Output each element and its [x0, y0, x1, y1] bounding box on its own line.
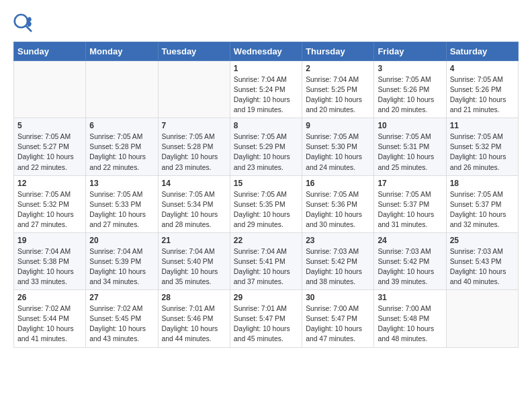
day-cell: 1Sunrise: 7:04 AM Sunset: 5:24 PM Daylig… — [230, 61, 302, 118]
day-cell — [158, 61, 230, 118]
week-row-1: 1Sunrise: 7:04 AM Sunset: 5:24 PM Daylig… — [14, 61, 519, 118]
day-info: Sunrise: 7:03 AM Sunset: 5:42 PM Dayligh… — [378, 246, 442, 287]
day-number: 5 — [17, 121, 82, 130]
day-number: 23 — [306, 236, 370, 245]
day-info: Sunrise: 7:05 AM Sunset: 5:36 PM Dayligh… — [306, 189, 370, 230]
day-number: 13 — [89, 179, 154, 188]
day-info: Sunrise: 7:05 AM Sunset: 5:32 PM Dayligh… — [450, 132, 515, 172]
day-number: 24 — [378, 236, 442, 245]
day-cell: 30Sunrise: 7:00 AM Sunset: 5:47 PM Dayli… — [302, 290, 374, 347]
week-row-3: 12Sunrise: 7:05 AM Sunset: 5:32 PM Dayli… — [14, 175, 519, 232]
day-info: Sunrise: 7:04 AM Sunset: 5:25 PM Dayligh… — [306, 75, 370, 115]
day-cell — [86, 61, 158, 118]
day-info: Sunrise: 7:05 AM Sunset: 5:32 PM Dayligh… — [17, 189, 82, 230]
day-info: Sunrise: 7:05 AM Sunset: 5:29 PM Dayligh… — [234, 132, 298, 172]
day-cell: 6Sunrise: 7:05 AM Sunset: 5:28 PM Daylig… — [86, 118, 158, 175]
day-cell: 3Sunrise: 7:05 AM Sunset: 5:26 PM Daylig… — [374, 61, 446, 118]
logo-icon — [13, 13, 32, 32]
day-cell: 8Sunrise: 7:05 AM Sunset: 5:29 PM Daylig… — [230, 118, 302, 175]
weekday-header-monday: Monday — [86, 42, 158, 61]
day-cell: 12Sunrise: 7:05 AM Sunset: 5:32 PM Dayli… — [14, 175, 86, 232]
day-cell: 4Sunrise: 7:05 AM Sunset: 5:26 PM Daylig… — [446, 61, 518, 118]
day-cell: 11Sunrise: 7:05 AM Sunset: 5:32 PM Dayli… — [446, 118, 518, 175]
day-cell: 22Sunrise: 7:04 AM Sunset: 5:41 PM Dayli… — [230, 232, 302, 289]
day-number: 3 — [378, 64, 442, 73]
day-info: Sunrise: 7:00 AM Sunset: 5:47 PM Dayligh… — [306, 304, 370, 344]
day-cell: 9Sunrise: 7:05 AM Sunset: 5:30 PM Daylig… — [302, 118, 374, 175]
day-cell: 10Sunrise: 7:05 AM Sunset: 5:31 PM Dayli… — [374, 118, 446, 175]
page: SundayMondayTuesdayWednesdayThursdayFrid… — [0, 0, 532, 355]
calendar: SundayMondayTuesdayWednesdayThursdayFrid… — [13, 42, 519, 348]
day-cell: 7Sunrise: 7:05 AM Sunset: 5:28 PM Daylig… — [158, 118, 230, 175]
logo — [13, 13, 34, 32]
day-cell: 17Sunrise: 7:05 AM Sunset: 5:37 PM Dayli… — [374, 175, 446, 232]
day-cell: 29Sunrise: 7:01 AM Sunset: 5:47 PM Dayli… — [230, 290, 302, 347]
day-number: 26 — [17, 293, 82, 302]
weekday-header-tuesday: Tuesday — [158, 42, 230, 61]
header — [13, 13, 519, 32]
day-info: Sunrise: 7:05 AM Sunset: 5:33 PM Dayligh… — [89, 189, 154, 230]
weekday-header-sunday: Sunday — [14, 42, 86, 61]
day-number: 19 — [17, 236, 82, 245]
day-number: 8 — [234, 121, 298, 130]
day-cell: 27Sunrise: 7:02 AM Sunset: 5:45 PM Dayli… — [86, 290, 158, 347]
day-info: Sunrise: 7:04 AM Sunset: 5:40 PM Dayligh… — [162, 246, 226, 287]
day-number: 12 — [17, 179, 82, 188]
day-number: 20 — [89, 236, 154, 245]
day-number: 28 — [162, 293, 226, 302]
weekday-header-wednesday: Wednesday — [230, 42, 302, 61]
day-cell: 20Sunrise: 7:04 AM Sunset: 5:39 PM Dayli… — [86, 232, 158, 289]
day-number: 6 — [89, 121, 154, 130]
day-number: 4 — [450, 64, 515, 73]
day-cell: 21Sunrise: 7:04 AM Sunset: 5:40 PM Dayli… — [158, 232, 230, 289]
day-number: 27 — [89, 293, 154, 302]
day-cell: 15Sunrise: 7:05 AM Sunset: 5:35 PM Dayli… — [230, 175, 302, 232]
day-number: 30 — [306, 293, 370, 302]
day-cell: 26Sunrise: 7:02 AM Sunset: 5:44 PM Dayli… — [14, 290, 86, 347]
day-number: 15 — [234, 179, 298, 188]
day-info: Sunrise: 7:05 AM Sunset: 5:26 PM Dayligh… — [450, 75, 515, 115]
day-info: Sunrise: 7:05 AM Sunset: 5:27 PM Dayligh… — [17, 132, 82, 172]
day-cell: 5Sunrise: 7:05 AM Sunset: 5:27 PM Daylig… — [14, 118, 86, 175]
day-number: 22 — [234, 236, 298, 245]
day-info: Sunrise: 7:03 AM Sunset: 5:42 PM Dayligh… — [306, 246, 370, 287]
day-cell — [14, 61, 86, 118]
day-cell: 16Sunrise: 7:05 AM Sunset: 5:36 PM Dayli… — [302, 175, 374, 232]
day-cell: 19Sunrise: 7:04 AM Sunset: 5:38 PM Dayli… — [14, 232, 86, 289]
day-number: 18 — [450, 179, 515, 188]
day-cell: 31Sunrise: 7:00 AM Sunset: 5:48 PM Dayli… — [374, 290, 446, 347]
day-info: Sunrise: 7:05 AM Sunset: 5:30 PM Dayligh… — [306, 132, 370, 172]
weekday-header-row: SundayMondayTuesdayWednesdayThursdayFrid… — [14, 42, 519, 61]
day-number: 10 — [378, 121, 442, 130]
weekday-header-thursday: Thursday — [302, 42, 374, 61]
day-number: 31 — [378, 293, 442, 302]
day-info: Sunrise: 7:04 AM Sunset: 5:38 PM Dayligh… — [17, 246, 82, 287]
day-info: Sunrise: 7:04 AM Sunset: 5:41 PM Dayligh… — [234, 246, 298, 287]
day-number: 9 — [306, 121, 370, 130]
day-number: 2 — [306, 64, 370, 73]
day-info: Sunrise: 7:00 AM Sunset: 5:48 PM Dayligh… — [378, 304, 442, 344]
day-info: Sunrise: 7:05 AM Sunset: 5:28 PM Dayligh… — [162, 132, 226, 172]
day-cell: 23Sunrise: 7:03 AM Sunset: 5:42 PM Dayli… — [302, 232, 374, 289]
day-number: 7 — [162, 121, 226, 130]
day-info: Sunrise: 7:05 AM Sunset: 5:37 PM Dayligh… — [378, 189, 442, 230]
day-info: Sunrise: 7:02 AM Sunset: 5:45 PM Dayligh… — [89, 304, 154, 344]
day-info: Sunrise: 7:05 AM Sunset: 5:28 PM Dayligh… — [89, 132, 154, 172]
day-number: 21 — [162, 236, 226, 245]
day-cell: 25Sunrise: 7:03 AM Sunset: 5:43 PM Dayli… — [446, 232, 518, 289]
day-info: Sunrise: 7:01 AM Sunset: 5:46 PM Dayligh… — [162, 304, 226, 344]
day-number: 17 — [378, 179, 442, 188]
day-info: Sunrise: 7:05 AM Sunset: 5:35 PM Dayligh… — [234, 189, 298, 230]
day-cell: 28Sunrise: 7:01 AM Sunset: 5:46 PM Dayli… — [158, 290, 230, 347]
day-cell: 14Sunrise: 7:05 AM Sunset: 5:34 PM Dayli… — [158, 175, 230, 232]
weekday-header-saturday: Saturday — [446, 42, 518, 61]
day-info: Sunrise: 7:01 AM Sunset: 5:47 PM Dayligh… — [234, 304, 298, 344]
day-cell: 18Sunrise: 7:05 AM Sunset: 5:37 PM Dayli… — [446, 175, 518, 232]
day-cell: 2Sunrise: 7:04 AM Sunset: 5:25 PM Daylig… — [302, 61, 374, 118]
day-info: Sunrise: 7:05 AM Sunset: 5:34 PM Dayligh… — [162, 189, 226, 230]
day-info: Sunrise: 7:05 AM Sunset: 5:31 PM Dayligh… — [378, 132, 442, 172]
day-number: 1 — [234, 64, 298, 73]
day-info: Sunrise: 7:04 AM Sunset: 5:39 PM Dayligh… — [89, 246, 154, 287]
day-cell — [446, 290, 518, 347]
day-number: 16 — [306, 179, 370, 188]
